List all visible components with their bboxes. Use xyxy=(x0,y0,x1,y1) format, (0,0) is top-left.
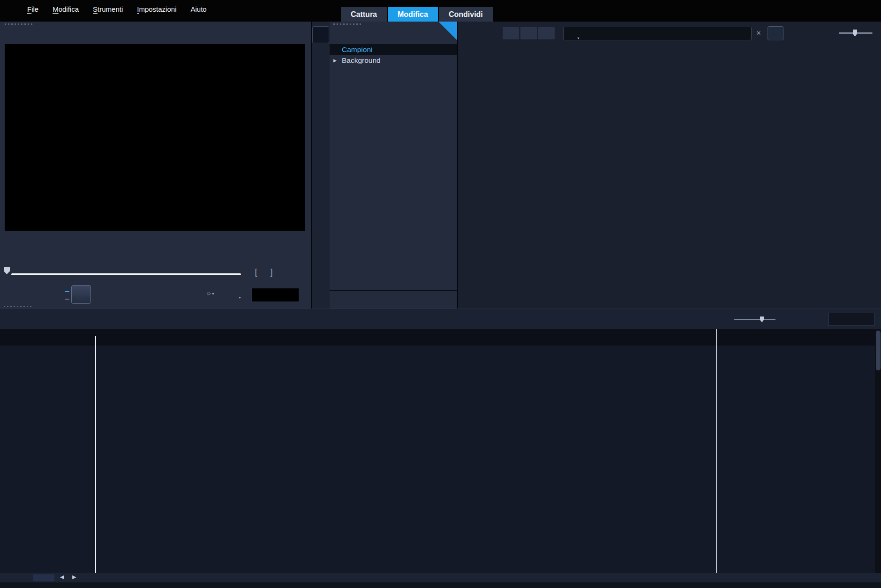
next-frame-button[interactable] xyxy=(131,288,143,299)
aspect-ratio-button[interactable]: ▼ xyxy=(207,292,215,295)
import-media-button[interactable] xyxy=(467,27,479,39)
track-tools xyxy=(8,332,60,343)
tool-strip xyxy=(312,22,330,309)
category-campioni[interactable]: Campioni xyxy=(330,44,457,55)
pin-ribbon[interactable] xyxy=(438,22,457,40)
nav-footer xyxy=(330,290,457,309)
selection-tool-button[interactable] xyxy=(221,288,232,299)
preview-timecode-group xyxy=(251,288,307,302)
scrubber-track[interactable] xyxy=(11,273,241,275)
compare-view-button[interactable] xyxy=(846,294,858,305)
sort-button[interactable] xyxy=(813,27,826,39)
scroll-right-button[interactable]: ▶ xyxy=(72,574,76,580)
nav-tool-audio[interactable] xyxy=(313,47,329,63)
scrubber-handle[interactable] xyxy=(4,267,10,274)
mark-out-button[interactable]: ] xyxy=(266,266,277,278)
category-label: Campioni xyxy=(342,45,372,54)
timeline-vertical-scrollbar[interactable] xyxy=(875,329,881,573)
nav-tool-overlay[interactable] xyxy=(313,128,329,144)
status-strip xyxy=(0,582,881,588)
search-box: ▼ xyxy=(563,27,752,40)
minimize-button[interactable] xyxy=(838,2,846,11)
preview-timecode[interactable] xyxy=(251,288,299,302)
close-button[interactable] xyxy=(868,2,876,11)
mode-tabs: CatturaModificaCondividi xyxy=(341,7,494,22)
duration-clock-icon[interactable] xyxy=(813,314,823,325)
slider-thumb[interactable] xyxy=(853,30,857,37)
nav-tool-transition[interactable] xyxy=(313,88,329,104)
menubar: FileModificaStrumentiImpostazioniAiuto xyxy=(27,0,207,18)
filter-photo-button[interactable] xyxy=(520,27,537,39)
repeat-button[interactable] xyxy=(166,288,177,299)
nav-tool-motion-path[interactable] xyxy=(313,168,329,184)
mark-in-button[interactable]: [ xyxy=(250,266,262,278)
ripple-edit-toggle[interactable] xyxy=(49,332,60,343)
zoom-out-button[interactable] xyxy=(718,314,729,325)
nav-tool-media-library[interactable] xyxy=(312,26,329,43)
project-mode-label[interactable] xyxy=(24,287,69,295)
scrollbar-thumb[interactable] xyxy=(876,331,881,370)
tab-modifica[interactable]: Modifica xyxy=(388,7,438,22)
play-button[interactable] xyxy=(71,285,91,304)
video-preview-area xyxy=(5,44,305,231)
thumbnail-zoom-slider[interactable] xyxy=(839,32,873,34)
playhead-line[interactable] xyxy=(95,336,96,573)
view-list-button[interactable] xyxy=(787,27,802,40)
playback-mode-switch xyxy=(24,287,69,303)
timeline-ruler[interactable] xyxy=(0,329,881,346)
go-end-button[interactable] xyxy=(149,288,160,299)
volume-button[interactable] xyxy=(183,288,195,299)
slider-thumb[interactable] xyxy=(760,317,764,323)
clear-search-button[interactable]: ✕ xyxy=(755,29,762,37)
menu-strumenti[interactable]: Strumenti xyxy=(93,5,123,13)
search-input[interactable] xyxy=(584,30,751,38)
fit-timeline-button[interactable] xyxy=(797,314,807,325)
plus-icon xyxy=(337,30,346,39)
timecode-spinner[interactable] xyxy=(301,289,307,301)
view-single-button[interactable] xyxy=(768,26,783,40)
category-label: Background xyxy=(342,56,381,65)
category-list: Campioni▶Background xyxy=(330,44,457,66)
menu-modifica[interactable]: Modifica xyxy=(53,5,79,13)
capture-icon[interactable] xyxy=(486,27,498,39)
timeline-section: ◀ ▶ xyxy=(0,309,881,588)
timeline-zoom-slider[interactable] xyxy=(734,319,776,320)
add-chapter-button[interactable] xyxy=(33,574,54,581)
browse-icon xyxy=(335,294,346,305)
category-background[interactable]: ▶Background xyxy=(330,55,457,66)
edit-clip-button[interactable] xyxy=(863,294,874,305)
filter-audio-button[interactable] xyxy=(538,27,555,39)
videostudio-window: FileModificaStrumentiImpostazioniAiuto C… xyxy=(0,0,881,588)
trim-controls: [ ] xyxy=(250,266,308,278)
maximize-button[interactable] xyxy=(853,2,861,11)
search-icon[interactable] xyxy=(567,30,576,38)
timeline-toolbar xyxy=(0,309,881,330)
panel-grip[interactable] xyxy=(5,23,32,25)
split-clip-button[interactable] xyxy=(281,266,293,278)
library-panel-button[interactable] xyxy=(829,294,841,305)
menu-file[interactable]: File xyxy=(27,5,38,13)
clip-mode-label[interactable] xyxy=(24,295,69,303)
panel-grip[interactable] xyxy=(333,23,361,25)
expand-caret-icon[interactable]: ▶ xyxy=(333,58,338,63)
timeline-end-marker xyxy=(716,329,717,573)
app-logo-icon xyxy=(10,4,22,15)
panel-grip[interactable] xyxy=(4,306,31,307)
track-manager-button[interactable] xyxy=(8,332,19,343)
nav-tool-title[interactable] xyxy=(313,108,329,124)
nav-tool-filter-fx[interactable] xyxy=(313,148,329,164)
menu-aiuto[interactable]: Aiuto xyxy=(190,5,206,13)
go-start-button[interactable] xyxy=(97,288,108,299)
enlarge-preview-button[interactable] xyxy=(297,266,308,278)
playhead-marker[interactable] xyxy=(91,330,99,338)
timeline-timecode[interactable] xyxy=(828,313,874,326)
zoom-in-button[interactable] xyxy=(781,314,791,325)
scroll-left-button[interactable]: ◀ xyxy=(60,574,64,580)
add-remove-track-button[interactable] xyxy=(28,332,39,343)
filter-video-button[interactable] xyxy=(503,27,519,39)
menu-impostazioni[interactable]: Impostazioni xyxy=(137,5,176,13)
window-controls xyxy=(838,2,876,11)
tab-cattura[interactable]: Cattura xyxy=(341,7,387,22)
previous-frame-button[interactable] xyxy=(114,288,125,299)
nav-tool-instant-project[interactable] xyxy=(313,68,329,83)
